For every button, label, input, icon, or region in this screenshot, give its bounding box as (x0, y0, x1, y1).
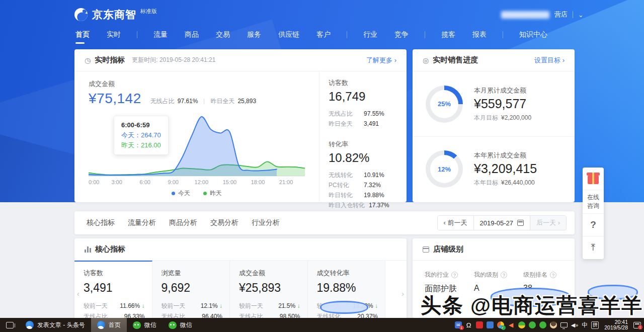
next-day-button-disabled[interactable]: 后一天 › (530, 216, 566, 230)
watermark-cloud (320, 301, 368, 314)
avatar-tray-icon[interactable] (550, 321, 557, 328)
action-center-icon[interactable]: 1 (633, 322, 641, 328)
task-view-button[interactable] (0, 318, 20, 332)
svg-text:6:00: 6:00 (139, 179, 150, 185)
analysis-tab-strip: 核心指标 流量分析 商品分析 交易分析 行业分析 ‹ 前一天 2019-05-2… (74, 211, 575, 234)
hourly-trend-chart[interactable]: 0:003:006:009:0012:0015:0018:0021:00 6:0… (89, 112, 305, 188)
tab-industry-analysis[interactable]: 行业分析 (252, 218, 280, 227)
carousel-next-icon[interactable]: › (401, 290, 404, 298)
clock-date: 2019/5/28 (604, 325, 628, 331)
promotion-gift-button[interactable] (583, 168, 604, 190)
tooltip-yesterday-value: 216.00 (141, 141, 161, 149)
notification-bell-icon[interactable]: Ω (465, 321, 472, 328)
network-icon[interactable] (560, 322, 568, 327)
nav-reports[interactable]: 报表 (471, 30, 488, 39)
visitors-label: 访客数 (329, 78, 407, 88)
nav-trade[interactable]: 交易 (215, 30, 231, 39)
taskbar-app-wechat-1[interactable]: 微信 (127, 318, 163, 332)
update-time: 更新时间: 2019-05-28 20:41:21 (132, 56, 215, 64)
my-industry: 我的行业? 面部护肤 (425, 271, 458, 294)
main-nav: 首页 实时 流量 商品 交易 服务 供应链 客户 行业 竞争 揽客 报表 知识中… (74, 27, 624, 42)
watermark-text: 头条 @电商运营喜羊羊 (421, 292, 643, 319)
monthly-progress-percent: 25% (426, 86, 463, 123)
mail-tray-icon[interactable]: ✉1 (455, 321, 462, 328)
nav-competition[interactable]: 竞争 (393, 30, 410, 39)
windows-taskbar: 发表文章 - 头条号 首页 微信 微信 ✉1 Ω ◀ ◀» 中 (0, 318, 644, 332)
panel-title: 实时指标 (95, 55, 125, 65)
down-arrow-icon: ↓ (142, 302, 145, 309)
tooltip-time-range: 6:00-6:59 (121, 120, 161, 130)
conversion-label: 转化率 (329, 140, 407, 149)
wechat-tray-icon[interactable] (529, 321, 536, 328)
task-view-icon (6, 322, 14, 328)
nav-traffic[interactable]: 流量 (152, 30, 169, 39)
date-picker[interactable]: 2019-05-27 (473, 216, 531, 230)
shield-tray-icon[interactable] (518, 321, 525, 328)
edition-badge: 标准版 (140, 8, 157, 15)
nav-knowledge-center[interactable]: 知识中心 (518, 30, 548, 39)
wechat-tray-icon[interactable] (539, 321, 546, 328)
tab-product-analysis[interactable]: 商品分析 (169, 218, 197, 227)
yearly-progress-percent: 12% (426, 150, 463, 188)
monthly-gmv-label: 本月累计成交金额 (474, 86, 531, 95)
down-arrow-icon: ↓ (375, 302, 378, 309)
set-target-link[interactable]: 设置目标 › (534, 56, 565, 65)
nav-service[interactable]: 服务 (246, 30, 262, 39)
floating-toolbar: 在线咨询 ? ⤒ (583, 168, 604, 259)
svg-text:15:00: 15:00 (223, 179, 237, 185)
nav-industry[interactable]: 行业 (362, 30, 378, 39)
svg-text:9:00: 9:00 (168, 179, 179, 185)
nav-home[interactable]: 首页 (74, 30, 91, 39)
nav-divider (425, 31, 425, 38)
nav-product[interactable]: 商品 (184, 30, 200, 39)
prev-day-button[interactable]: ‹ 前一天 (438, 216, 473, 230)
antivirus-pie-icon[interactable] (497, 321, 504, 328)
taskbar-app-wechat-2[interactable]: 微信 (163, 318, 198, 332)
monthly-gmv-value: ¥559,577 (474, 97, 531, 111)
app-title: 京东商智 (92, 8, 136, 22)
tab-traffic-analysis[interactable]: 流量分析 (128, 218, 156, 227)
yearly-gmv-value: ¥3,209,415 (474, 161, 537, 176)
taskbar-app-browser-1[interactable]: 发表文章 - 头条号 (20, 318, 91, 332)
wechat-icon (169, 321, 177, 329)
question-mark-icon: ? (590, 219, 596, 230)
nav-customer[interactable]: 客户 (315, 30, 332, 39)
legend-yesterday[interactable]: 昨天 (210, 189, 222, 198)
nav-supply-chain[interactable]: 供应链 (277, 30, 300, 39)
tab-core-metrics[interactable]: 核心指标 (87, 218, 115, 227)
browser-icon (26, 321, 34, 329)
chart-legend: 今天 昨天 (89, 189, 305, 198)
legend-today[interactable]: 今天 (178, 189, 190, 198)
input-language-indicator[interactable]: 中 (582, 321, 588, 329)
muted-speaker-icon[interactable]: ◀ (508, 321, 515, 328)
svg-text:3:00: 3:00 (111, 179, 122, 185)
gift-icon (588, 176, 599, 184)
svg-text:12:00: 12:00 (195, 179, 209, 185)
help-icon[interactable]: ? (501, 272, 507, 278)
online-consult-button[interactable]: 在线咨询 (583, 190, 604, 214)
chevron-down-icon[interactable]: ⌄ (578, 11, 584, 19)
yearly-progress-donut: 12% (426, 150, 463, 188)
security-tray-icon[interactable] (476, 321, 483, 328)
learn-more-link[interactable]: 了解更多 › (366, 56, 396, 65)
carousel-prev-icon[interactable]: ‹ (77, 290, 79, 298)
taskbar-clock[interactable]: 20:41 2019/5/28 (602, 319, 630, 331)
yearly-gmv-label: 本年累计成交金额 (474, 151, 537, 160)
volume-icon[interactable]: ◀» (571, 321, 579, 328)
nav-acquisition[interactable]: 揽客 (440, 30, 456, 39)
taskbar-app-browser-2[interactable]: 首页 (91, 318, 127, 332)
svg-text:0:00: 0:00 (89, 179, 99, 185)
divider (573, 11, 573, 18)
help-icon[interactable]: ? (451, 272, 458, 278)
help-icon[interactable]: ? (550, 272, 556, 278)
back-to-top-button[interactable]: ⤒ (583, 236, 604, 259)
app-tray-icon[interactable] (487, 321, 494, 328)
help-button[interactable]: ? (583, 214, 604, 236)
wireless-share-value: 97.61% (178, 98, 198, 105)
yesterday-total-value: 25,893 (237, 98, 256, 105)
nav-divider (347, 31, 347, 38)
ime-indicator[interactable]: 拼 (591, 321, 599, 329)
tab-trade-analysis[interactable]: 交易分析 (210, 218, 238, 227)
nav-realtime[interactable]: 实时 (106, 30, 122, 39)
gmv-value: ¥75,142 (89, 91, 141, 107)
